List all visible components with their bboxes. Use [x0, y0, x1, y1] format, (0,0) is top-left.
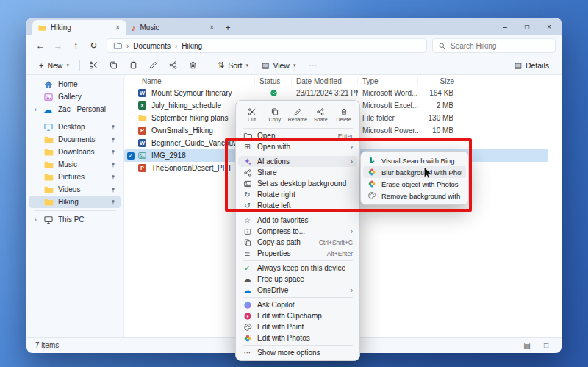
- sort-button[interactable]: ⇅ Sort ▾: [212, 58, 254, 72]
- share-icon: [316, 107, 325, 116]
- chevron-right-icon[interactable]: ›: [32, 216, 39, 224]
- submenu-item-blur-background-with-photos[interactable]: Blur background with Photos: [363, 166, 466, 178]
- maximize-button[interactable]: □: [516, 18, 538, 35]
- cut-button[interactable]: [85, 58, 102, 73]
- close-button[interactable]: ×: [538, 18, 560, 35]
- menu-item-set-as-desktop-background[interactable]: Set as desktop background: [238, 178, 357, 189]
- rename-button[interactable]: [145, 58, 162, 73]
- menu-item-rotate-right[interactable]: ↻ Rotate right: [238, 189, 357, 200]
- menu-item-show-more-options[interactable]: ⋯ Show more options: [238, 347, 357, 358]
- sidebar-item-music[interactable]: Music: [29, 158, 121, 171]
- copy-button[interactable]: [105, 58, 122, 73]
- chevron-right-icon[interactable]: ›: [32, 106, 39, 113]
- monitor-icon: [43, 215, 54, 225]
- menu-item-ai-actions[interactable]: AI actions ›: [238, 156, 357, 167]
- back-button[interactable]: ←: [32, 38, 49, 53]
- menu-item-compress-to[interactable]: Compress to... ›: [238, 226, 357, 237]
- share-button[interactable]: [165, 58, 182, 73]
- column-header-size[interactable]: Size: [418, 77, 459, 85]
- copy-button[interactable]: Copy: [264, 104, 285, 125]
- menu-item-always-keep-on-this-device[interactable]: ✓ Always keep on this device: [238, 263, 357, 274]
- sidebar-separator: [34, 210, 116, 211]
- sidebar-item-home[interactable]: Home: [29, 78, 121, 90]
- menu-item-label: Open: [257, 132, 333, 140]
- rename-button[interactable]: Rename: [287, 104, 309, 125]
- menu-item-share[interactable]: Share: [238, 167, 357, 178]
- new-button[interactable]: + New ▾: [34, 59, 74, 72]
- menu-item-ask-copilot[interactable]: Ask Copilot: [238, 299, 357, 310]
- details-view-toggle[interactable]: ▤: [520, 341, 534, 349]
- minimize-button[interactable]: –: [494, 18, 516, 35]
- menu-item-label: Set as desktop background: [257, 179, 353, 188]
- divider: [79, 60, 80, 71]
- column-header-name[interactable]: Name: [124, 77, 255, 85]
- forward-button[interactable]: →: [50, 38, 66, 53]
- search-box[interactable]: [432, 38, 556, 53]
- word-file-icon: W: [138, 89, 146, 97]
- menu-item-add-to-favorites[interactable]: ☆ Add to favorites: [238, 215, 357, 226]
- folder-icon: [43, 147, 54, 157]
- details-pane-icon: ▤: [514, 60, 521, 70]
- sidebar-item-hiking[interactable]: Hiking: [29, 196, 121, 208]
- open-icon: [243, 131, 252, 140]
- chevron-right-icon: ›: [351, 157, 353, 165]
- large-icons-view-toggle[interactable]: □: [539, 341, 553, 349]
- delete-button[interactable]: [184, 58, 201, 73]
- sidebar-item-videos[interactable]: Videos: [29, 183, 121, 196]
- menu-item-edit-with-photos[interactable]: Edit with Photos: [238, 332, 357, 343]
- breadcrumb[interactable]: › Documents › Hiking: [107, 38, 427, 53]
- delete-button[interactable]: Delete: [333, 104, 354, 125]
- tab-close-icon[interactable]: ×: [208, 24, 215, 32]
- new-tab-button[interactable]: +: [220, 20, 235, 35]
- menu-item-rotate-left[interactable]: ↺ Rotate left: [238, 200, 357, 211]
- checkbox-checked-icon[interactable]: ✓: [127, 152, 135, 160]
- menu-item-copy-as-path[interactable]: Copy as path Ctrl+Shift+C: [238, 237, 357, 248]
- submenu-item-visual-search-with-bing[interactable]: Visual Search with Bing: [363, 154, 466, 166]
- submenu-item-remove-background-with-paint[interactable]: Remove background with Paint: [363, 190, 466, 202]
- menu-item-edit-with-paint[interactable]: Edit with Paint: [238, 321, 357, 332]
- chevron-right-icon: ›: [126, 42, 129, 50]
- refresh-button[interactable]: ↻: [85, 38, 101, 53]
- menu-item-properties[interactable]: ≣ Properties Alt+Enter: [238, 248, 357, 259]
- sidebar-item-desktop[interactable]: Desktop: [29, 121, 121, 133]
- paste-button[interactable]: [125, 58, 142, 73]
- sidebar-item-this-pc[interactable]: › This PC: [29, 213, 121, 226]
- sidebar-item-label: Documents: [58, 135, 105, 143]
- breadcrumb-documents[interactable]: Documents: [133, 42, 171, 50]
- tab-close-icon[interactable]: ×: [114, 24, 121, 32]
- file-row[interactable]: W Mount Seymour Itinerary 23/11/2024 3:2…: [124, 87, 562, 99]
- menu-item-label: Add to favorites: [257, 216, 353, 224]
- menu-item-label: Rotate left: [257, 202, 353, 210]
- file-size: 130 MB: [418, 114, 459, 122]
- up-button[interactable]: ↑: [68, 38, 84, 53]
- menu-separator: [243, 154, 353, 154]
- menu-item-edit-with-clipchamp[interactable]: Edit with Clipchamp: [238, 310, 357, 321]
- sidebar-item-gallery[interactable]: Gallery: [29, 90, 121, 103]
- tab-music[interactable]: ♪ Music ×: [126, 20, 220, 35]
- navigation-pane: Home Gallery › ☁ Zac - Personal Desktop: [26, 75, 123, 337]
- menu-item-open[interactable]: Open Enter: [238, 130, 357, 141]
- sidebar-item-documents[interactable]: Documents: [29, 133, 121, 146]
- menu-item-open-with[interactable]: ⊞ Open with ›: [238, 141, 357, 152]
- file-name: OwnSmalls_Hiking: [151, 127, 213, 135]
- column-header-status[interactable]: Status: [255, 77, 292, 85]
- more-options-button[interactable]: ⋯: [304, 58, 322, 72]
- menu-item-free-up-space[interactable]: ☁ Free up space: [238, 274, 357, 285]
- sidebar-item-label: Gallery: [58, 93, 117, 101]
- menu-item-onedrive[interactable]: ☁ OneDrive ›: [238, 285, 357, 296]
- column-header-date-modified[interactable]: Date Modified: [292, 77, 358, 85]
- details-pane-button[interactable]: ▤ Details: [509, 58, 554, 72]
- submenu-item-erase-object-with-photos[interactable]: Erase object with Photos: [363, 178, 466, 190]
- search-input[interactable]: [451, 42, 550, 50]
- sidebar-item-pictures[interactable]: Pictures: [29, 171, 121, 183]
- sidebar-item-onedrive-personal[interactable]: › ☁ Zac - Personal: [29, 103, 121, 115]
- tab-hiking[interactable]: Hiking ×: [32, 20, 126, 35]
- cut-button[interactable]: Cut: [241, 104, 262, 125]
- breadcrumb-hiking[interactable]: Hiking: [182, 42, 202, 50]
- sidebar-item-downloads[interactable]: Downloads: [29, 146, 121, 158]
- column-header-type[interactable]: Type: [358, 77, 418, 85]
- zip-icon: [243, 227, 252, 236]
- scissors-icon: [248, 107, 257, 116]
- share-button[interactable]: Share: [310, 104, 331, 125]
- view-button[interactable]: ▤ View ▾: [257, 58, 301, 72]
